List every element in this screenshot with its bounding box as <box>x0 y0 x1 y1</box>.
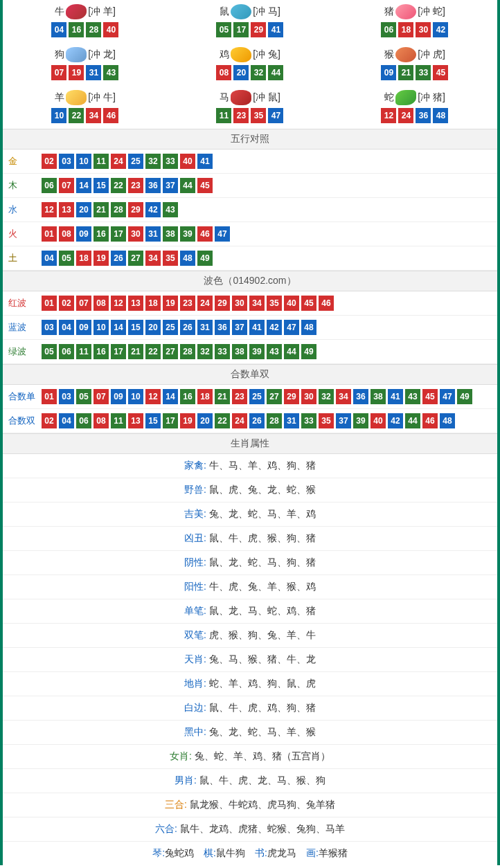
zodiac-title: 鼠[冲 马] <box>168 4 332 19</box>
ball: 34 <box>86 108 101 123</box>
ball: 22 <box>145 344 161 359</box>
ball: 48 <box>180 251 195 266</box>
zodiac-icon <box>395 90 416 105</box>
four-key: 书: <box>255 847 267 858</box>
ball: 12 <box>381 108 396 123</box>
ball: 07 <box>51 65 66 80</box>
ball: 16 <box>93 226 109 242</box>
four-key: 棋: <box>204 847 216 858</box>
ball: 40 <box>284 296 299 311</box>
ball: 47 <box>215 226 230 242</box>
ball: 35 <box>251 108 266 123</box>
ball: 43 <box>267 344 282 359</box>
zodiac-title: 狗[冲 龙] <box>3 47 168 62</box>
four-key: 琴: <box>152 847 165 858</box>
ball: 35 <box>267 296 282 311</box>
ball: 08 <box>93 413 109 428</box>
ball: 33 <box>416 65 431 80</box>
attr-row: 凶丑: 鼠、牛、虎、猴、狗、猪 <box>3 527 497 551</box>
zodiac-icon <box>395 47 416 62</box>
ball: 02 <box>42 413 57 428</box>
row-balls: 04051819262734354849 <box>42 251 213 266</box>
shuxing-header: 生肖属性 <box>3 433 497 454</box>
ball: 45 <box>197 178 213 193</box>
ball: 39 <box>249 344 265 359</box>
attr-key: 天肖: <box>184 653 206 664</box>
ball: 48 <box>433 108 448 123</box>
zodiac-balls: 06183042 <box>332 22 497 37</box>
ball: 06 <box>42 178 57 193</box>
ball: 18 <box>145 296 161 311</box>
ball: 21 <box>398 65 413 80</box>
zodiac-chong: [冲 猪] <box>418 91 445 104</box>
page-wrapper: 牛[冲 羊]04162840鼠[冲 马]05172941猪[冲 蛇]061830… <box>0 0 500 865</box>
attr-key: 三合: <box>165 799 187 810</box>
ball: 14 <box>163 389 178 404</box>
ball: 43 <box>103 65 118 80</box>
zodiac-icon <box>395 4 416 19</box>
zodiac-name: 猴 <box>384 48 394 61</box>
attr-table: 家禽: 牛、马、羊、鸡、狗、猪野兽: 鼠、虎、兔、龙、蛇、猴吉美: 兔、龙、蛇、… <box>3 454 497 842</box>
ball: 40 <box>180 154 195 169</box>
ball: 06 <box>76 413 91 428</box>
zodiac-icon <box>66 47 87 62</box>
ball: 28 <box>111 202 126 217</box>
zodiac-cell: 牛[冲 羊]04162840 <box>3 0 168 43</box>
ball: 14 <box>111 320 126 335</box>
row-label: 合数双 <box>8 415 42 427</box>
zodiac-chong: [冲 虎] <box>418 48 445 61</box>
zodiac-chong: [冲 马] <box>253 6 280 18</box>
ball: 42 <box>145 202 161 217</box>
attr-key: 阴性: <box>184 557 206 568</box>
data-row: 木06071415222336374445 <box>3 174 497 198</box>
ball: 26 <box>111 251 126 266</box>
ball: 18 <box>398 22 413 37</box>
ball: 46 <box>197 226 213 242</box>
zodiac-cell: 狗[冲 龙]07193143 <box>3 43 168 86</box>
ball: 35 <box>319 413 334 428</box>
attr-key: 六合: <box>155 823 177 834</box>
ball: 33 <box>301 413 316 428</box>
zodiac-balls: 11233547 <box>168 108 332 123</box>
zodiac-icon <box>66 4 87 19</box>
zodiac-icon <box>231 47 251 62</box>
ball: 04 <box>59 413 74 428</box>
zodiac-chong: [冲 鼠] <box>253 91 280 104</box>
attr-key: 白边: <box>184 702 206 713</box>
ball: 49 <box>197 251 213 266</box>
ball: 44 <box>268 65 283 80</box>
ball: 07 <box>76 296 91 311</box>
ball: 21 <box>93 202 109 217</box>
ball: 43 <box>163 202 178 217</box>
ball: 44 <box>180 178 195 193</box>
ball: 42 <box>388 413 403 428</box>
ball: 03 <box>59 154 74 169</box>
data-row: 合数单0103050709101214161821232527293032343… <box>3 385 497 409</box>
four-val: 虎龙马 <box>267 847 296 858</box>
zodiac-title: 鸡[冲 兔] <box>168 47 332 62</box>
data-row: 土04051819262734354849 <box>3 246 497 271</box>
attr-val: 牛、马、羊、鸡、狗、猪 <box>206 460 316 471</box>
ball: 29 <box>215 296 230 311</box>
row-balls: 05061116172122272832333839434449 <box>42 344 316 359</box>
zodiac-name: 马 <box>220 91 229 104</box>
attr-row: 吉美: 兔、龙、蛇、马、羊、鸡 <box>3 503 497 527</box>
attr-val: 兔、马、猴、猪、牛、龙 <box>206 653 316 664</box>
ball: 38 <box>163 226 178 242</box>
zodiac-title: 羊[冲 牛] <box>3 90 168 105</box>
zodiac-grid: 牛[冲 羊]04162840鼠[冲 马]05172941猪[冲 蛇]061830… <box>3 0 497 129</box>
ball: 16 <box>69 22 84 37</box>
ball: 09 <box>111 389 126 404</box>
attr-row: 阳性: 牛、虎、兔、羊、猴、鸡 <box>3 575 497 599</box>
data-row: 合数双0204060811131517192022242628313335373… <box>3 409 497 433</box>
zodiac-icon <box>231 90 251 105</box>
ball: 09 <box>76 320 91 335</box>
attr-val: 鼠、牛、虎、鸡、狗、猪 <box>206 702 316 713</box>
ball: 21 <box>215 389 230 404</box>
bose-table: 红波0102070812131819232429303435404546蓝波03… <box>3 291 497 364</box>
ball: 13 <box>128 413 143 428</box>
zodiac-name: 鸡 <box>220 48 229 61</box>
zodiac-cell: 鼠[冲 马]05172941 <box>168 0 332 43</box>
ball: 07 <box>93 389 109 404</box>
zodiac-name: 猪 <box>384 6 394 18</box>
